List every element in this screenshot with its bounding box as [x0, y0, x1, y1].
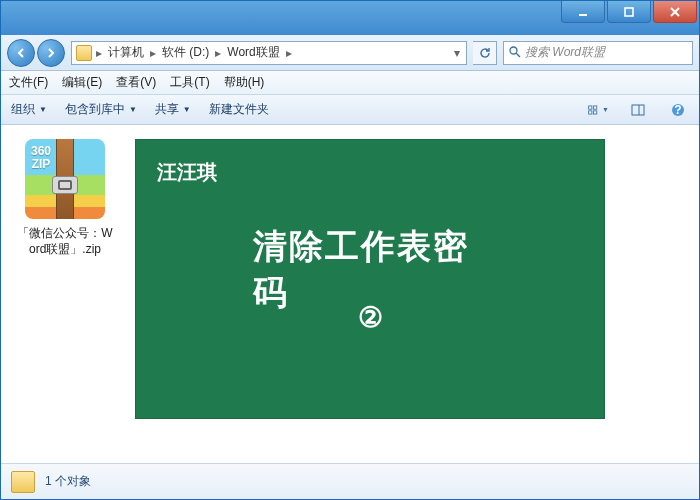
- minimize-button[interactable]: [561, 1, 605, 23]
- folder-icon: [11, 471, 35, 493]
- help-button[interactable]: ?: [667, 99, 689, 121]
- chevron-right-icon[interactable]: ▸: [213, 46, 223, 60]
- breadcrumb-folder[interactable]: Word联盟: [225, 44, 281, 61]
- maximize-button[interactable]: [607, 1, 651, 23]
- zip-archive-icon: 360ZIP: [25, 139, 105, 219]
- svg-rect-1: [625, 8, 633, 16]
- toolbar: 组织▼ 包含到库中▼ 共享▼ 新建文件夹 ▼ ?: [1, 95, 699, 125]
- chevron-right-icon[interactable]: ▸: [148, 46, 158, 60]
- svg-point-4: [510, 47, 517, 54]
- explorer-window: ▸ 计算机 ▸ 软件 (D:) ▸ Word联盟 ▸ ▾ 搜索 Word联盟 文…: [0, 0, 700, 500]
- search-icon: [508, 45, 521, 61]
- preview-author: 汪汪琪: [157, 159, 217, 186]
- svg-line-5: [516, 53, 520, 57]
- titlebar: [1, 1, 699, 35]
- preview-number: ②: [358, 301, 383, 334]
- status-text: 1 个对象: [45, 473, 91, 490]
- search-placeholder: 搜索 Word联盟: [525, 44, 605, 61]
- menu-tools[interactable]: 工具(T): [170, 74, 209, 91]
- search-box[interactable]: 搜索 Word联盟: [503, 41, 693, 65]
- toolbar-include[interactable]: 包含到库中▼: [65, 101, 137, 118]
- toolbar-share[interactable]: 共享▼: [155, 101, 191, 118]
- chevron-right-icon[interactable]: ▸: [94, 46, 104, 60]
- view-options-button[interactable]: ▼: [587, 99, 609, 121]
- address-bar[interactable]: ▸ 计算机 ▸ 软件 (D:) ▸ Word联盟 ▸ ▾: [71, 41, 467, 65]
- chevron-down-icon: ▼: [39, 105, 47, 114]
- svg-rect-6: [589, 105, 592, 108]
- svg-rect-7: [594, 105, 597, 108]
- menubar: 文件(F) 编辑(E) 查看(V) 工具(T) 帮助(H): [1, 71, 699, 95]
- svg-rect-10: [632, 105, 644, 115]
- navbar: ▸ 计算机 ▸ 软件 (D:) ▸ Word联盟 ▸ ▾ 搜索 Word联盟: [1, 35, 699, 71]
- preview-pane: 汪汪琪 清除工作表密码 ②: [135, 139, 605, 419]
- preview-pane-button[interactable]: [627, 99, 649, 121]
- close-button[interactable]: [653, 1, 697, 23]
- folder-icon: [76, 45, 92, 61]
- statusbar: 1 个对象: [1, 463, 699, 499]
- svg-text:?: ?: [674, 103, 681, 117]
- content-area[interactable]: 360ZIP 「微信公众号：Word联盟」.zip 汪汪琪 清除工作表密码 ②: [1, 125, 699, 463]
- breadcrumb-drive[interactable]: 软件 (D:): [160, 44, 211, 61]
- menu-help[interactable]: 帮助(H): [224, 74, 265, 91]
- toolbar-newfolder[interactable]: 新建文件夹: [209, 101, 269, 118]
- menu-file[interactable]: 文件(F): [9, 74, 48, 91]
- chevron-right-icon[interactable]: ▸: [284, 46, 294, 60]
- svg-rect-9: [594, 110, 597, 113]
- svg-rect-8: [589, 110, 592, 113]
- refresh-button[interactable]: [473, 41, 497, 65]
- breadcrumb-computer[interactable]: 计算机: [106, 44, 146, 61]
- forward-button[interactable]: [37, 39, 65, 67]
- toolbar-organize[interactable]: 组织▼: [11, 101, 47, 118]
- file-label: 「微信公众号：Word联盟」.zip: [15, 225, 115, 257]
- back-button[interactable]: [7, 39, 35, 67]
- file-item-zip[interactable]: 360ZIP 「微信公众号：Word联盟」.zip: [15, 139, 115, 257]
- chevron-down-icon: ▼: [129, 105, 137, 114]
- menu-edit[interactable]: 编辑(E): [62, 74, 102, 91]
- menu-view[interactable]: 查看(V): [116, 74, 156, 91]
- history-dropdown-icon[interactable]: ▾: [452, 46, 462, 60]
- chevron-down-icon: ▼: [183, 105, 191, 114]
